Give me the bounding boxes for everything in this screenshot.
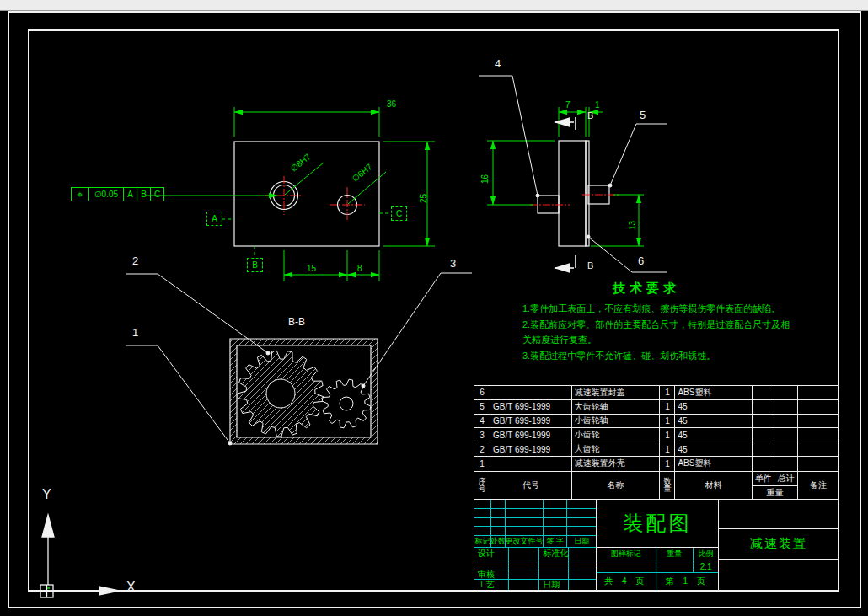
pages-row: 共 4 页 第 1 页 <box>597 573 718 590</box>
datum-flag-b: B <box>247 258 263 272</box>
label-change-doc: 更改文件号 <box>506 536 544 547</box>
section-cut-arrows <box>555 117 576 268</box>
bom-header-row: 序号 代号 名称 数量 材料 单件 总计 重量 备注 <box>474 471 839 500</box>
bom-table: 6 减速装置封盖 1 ABS塑料 5 GB/T 699-1999 大齿轮轴 1 … <box>474 385 839 500</box>
tech-req-line-1: 1.零件加工表面上，不应有划痕、擦伤等损伤零件表面的缺陷。 <box>522 301 799 317</box>
tech-requirements-title: 技术要求 <box>613 281 680 297</box>
dim-1: 1 <box>595 100 600 110</box>
bom-code <box>490 386 572 399</box>
balloon-2: 2 <box>132 255 138 266</box>
bom-qty: 1 <box>660 415 675 428</box>
tech-req-line-2: 2.装配前应对零、部件的主要配合尺寸，特别是过渡配合尺寸及相关精度进行复查。 <box>522 317 799 348</box>
bom-code: GB/T 699-1999 <box>490 400 572 414</box>
page-current: 第 1 页 <box>656 573 718 590</box>
bom-no: 2 <box>474 442 490 456</box>
datum-flag-c: C <box>391 206 407 221</box>
bom-no: 5 <box>474 400 490 414</box>
bom-header-unit: 单件 <box>753 472 774 485</box>
dim-25: 25 <box>419 194 428 203</box>
title-block-right: 减速装置 <box>719 500 839 590</box>
bom-name: 大齿轮轴 <box>572 400 661 414</box>
drawing-mark-cells <box>597 560 656 572</box>
label-weight: 重量 <box>656 548 694 560</box>
balloon-1: 1 <box>132 327 138 338</box>
process-row: 工艺 日期 <box>474 580 596 590</box>
label-scale: 比例 <box>694 548 718 560</box>
large-gear <box>238 351 324 437</box>
bom-material: 45 <box>675 442 753 456</box>
title-block: 标记 处数 更改文件号 签 字 日期 设计 标准化 审核 工艺 <box>474 500 839 591</box>
ucs-y-label: Y <box>42 489 51 500</box>
side-view-centerlines <box>530 195 619 205</box>
product-name: 减速装置 <box>719 529 839 560</box>
balloon-4: 4 <box>495 58 501 69</box>
bom-header-total: 总计 <box>774 472 797 485</box>
side-view-dimensions <box>487 107 644 246</box>
bom-material: 45 <box>675 428 753 442</box>
title-block-revision-area: 标记 处数 更改文件号 签 字 日期 设计 标准化 审核 工艺 <box>474 500 597 590</box>
side-view-body <box>538 141 609 246</box>
bom-qty: 1 <box>660 400 675 414</box>
revision-row <box>474 518 596 528</box>
label-standardization: 标准化 <box>539 548 569 560</box>
bom-name: 小齿轮 <box>572 428 661 442</box>
ucs-icon <box>40 515 119 597</box>
bom-material: ABS塑料 <box>675 457 753 471</box>
blank-row <box>474 560 596 570</box>
bom-header-weight: 重量 <box>767 486 784 500</box>
title-block-center: 装配图 图样标记 重量 比例 2:1 共 4 页 第 1 页 <box>597 500 719 590</box>
bom-no: 3 <box>474 428 490 442</box>
bom-material: 45 <box>675 415 753 428</box>
bom-name: 大齿轮 <box>572 442 661 456</box>
design-row: 设计 标准化 <box>474 548 596 560</box>
mark-weight-scale-row: 图样标记 重量 比例 <box>597 548 718 560</box>
label-date2: 日期 <box>539 580 569 590</box>
bom-name: 减速装置外壳 <box>572 457 661 471</box>
bom-qty: 1 <box>660 386 675 399</box>
label-drawing-mark: 图样标记 <box>597 548 656 560</box>
bom-no: 6 <box>474 386 490 399</box>
bom-name: 小齿轮轴 <box>572 415 661 428</box>
label-signature: 签 字 <box>544 536 567 547</box>
revision-row <box>474 500 596 509</box>
label-audit: 审核 <box>474 570 509 579</box>
bom-row-5: 5 GB/T 699-1999 大齿轮轴 1 45 <box>474 400 839 415</box>
dim-36: 36 <box>387 99 396 109</box>
bom-row-1: 1 减速装置外壳 1 ABS塑料 <box>474 457 839 471</box>
feature-control-frame: ⌖ ∅0.05 A B C <box>71 187 164 201</box>
bom-code: GB/T 699-1999 <box>490 428 572 442</box>
front-view-dimensions <box>145 107 435 281</box>
section-label-b-bottom: B <box>587 260 593 271</box>
tech-requirements-body: 1.零件加工表面上，不应有划痕、擦伤等损伤零件表面的缺陷。 2.装配前应对零、部… <box>522 301 799 363</box>
bom-header-weight-group: 单件 总计 重量 <box>753 472 798 500</box>
ucs-origin-marker <box>47 587 50 589</box>
ucs-x-label: X <box>126 581 136 592</box>
company-cell <box>719 500 839 529</box>
bom-material: 45 <box>675 400 753 414</box>
bom-code <box>490 457 572 471</box>
bom-header-name: 名称 <box>572 472 661 500</box>
datum-flag-a: A <box>206 212 222 226</box>
cad-canvas[interactable]: 36 25 15 8 ∅8H7 ∅6H7 ⌖ ∅0.05 A B C A B C… <box>0 0 868 616</box>
position-tolerance-icon: ⌖ <box>71 187 88 201</box>
bom-row-2: 2 GB/T 699-1999 大齿轮 1 45 <box>474 442 839 457</box>
bom-header-note: 备注 <box>798 472 839 500</box>
bom-code: GB/T 699-1999 <box>490 442 572 456</box>
label-process: 工艺 <box>474 580 509 590</box>
bom-row-3: 3 GB/T 699-1999 小齿轮 1 45 <box>474 428 839 442</box>
fcf-datum-b: B <box>137 187 150 201</box>
bom-header-no: 序号 <box>474 472 490 500</box>
drawing-title: 装配图 <box>597 500 718 548</box>
bom-material: ABS塑料 <box>675 386 753 399</box>
label-date: 日期 <box>567 536 596 547</box>
revision-row <box>474 509 596 518</box>
mark-grid-row: 2:1 <box>597 560 718 573</box>
tech-req-line-3: 3.装配过程中零件不允许磕、碰、划伤和锈蚀。 <box>522 348 799 364</box>
section-label-b-top: B <box>587 110 593 121</box>
fcf-tolerance: ∅0.05 <box>88 187 123 201</box>
bom-no: 4 <box>474 415 490 428</box>
label-count: 处数 <box>491 536 506 547</box>
bom-header-qty: 数量 <box>660 472 675 500</box>
bom-row-6: 6 减速装置封盖 1 ABS塑料 <box>474 386 839 400</box>
audit-row: 审核 <box>474 570 596 580</box>
